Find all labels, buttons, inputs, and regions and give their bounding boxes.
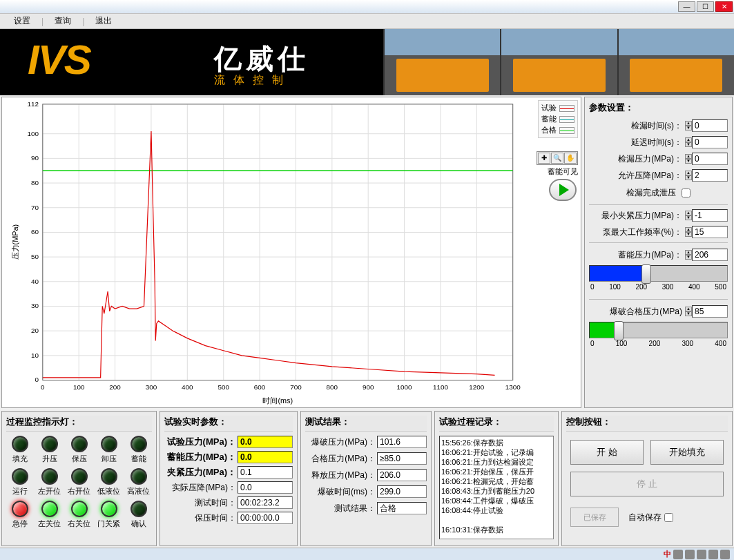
- chart-legend: 试验 蓄能 合格: [538, 100, 578, 138]
- menu-query[interactable]: 查询: [46, 14, 79, 28]
- svg-text:100: 100: [73, 383, 85, 391]
- svg-text:70: 70: [31, 204, 39, 211]
- svg-text:112: 112: [27, 100, 38, 108]
- autosave-label[interactable]: 自动保存: [628, 512, 673, 523]
- logo-ivs: IVS: [28, 36, 90, 84]
- start-fill-button[interactable]: 开始填充: [650, 440, 724, 465]
- svg-text:1300: 1300: [505, 383, 521, 391]
- result-value: 206.0: [377, 469, 427, 481]
- control-panel: 控制按钮： 开 始 开始填充 停 止 已保存 自动保存: [561, 411, 733, 546]
- window-close[interactable]: ✕: [715, 1, 733, 12]
- svg-text:90: 90: [31, 154, 39, 162]
- rt-value: 0.1: [238, 466, 293, 479]
- chart-svg: 0100200300400500600700800900100011001200…: [2, 97, 581, 407]
- svg-text:400: 400: [182, 383, 193, 391]
- tray-icon[interactable]: [708, 550, 718, 559]
- tool-crosshair-icon[interactable]: ✚: [538, 153, 550, 164]
- result-value: ≥85.0: [377, 452, 427, 465]
- led-保压: [71, 436, 88, 452]
- energy-pressure-input[interactable]: [692, 249, 728, 261]
- svg-text:时间(ms): 时间(ms): [262, 396, 293, 405]
- header-photo-2: [500, 29, 617, 95]
- led-蓄能: [131, 436, 147, 452]
- rt-value: 0.0: [238, 481, 293, 494]
- leak-release-checkbox[interactable]: [682, 189, 690, 197]
- logo-cn: 亿威仕: [214, 40, 309, 78]
- param1-3-input[interactable]: [692, 169, 728, 182]
- param1-1-down[interactable]: ▼: [685, 142, 692, 147]
- result-value: 合格: [377, 502, 427, 514]
- svg-text:900: 900: [363, 383, 374, 391]
- param1-3-up[interactable]: ▲: [685, 171, 692, 175]
- svg-text:700: 700: [290, 383, 302, 391]
- svg-text:1100: 1100: [433, 383, 448, 391]
- realtime-panel: 试验实时参数： 试验压力(MPa)：0.0蓄能压力(MPa)：0.0夹紧压力(M…: [160, 411, 298, 546]
- led-低液位: [101, 468, 117, 485]
- burst-pass-pressure-slider[interactable]: [589, 322, 728, 338]
- led-高液位: [131, 468, 147, 485]
- stop-button[interactable]: 停 止: [570, 472, 724, 496]
- param2-0-input[interactable]: [692, 209, 728, 222]
- tray-icon[interactable]: [697, 550, 706, 559]
- tray-icon[interactable]: [720, 550, 730, 559]
- energy-visible-label: 蓄能可见: [548, 166, 578, 177]
- autosave-checkbox[interactable]: [664, 513, 673, 522]
- param2-0-up[interactable]: ▲: [685, 211, 692, 215]
- window-maximize[interactable]: ☐: [697, 1, 714, 12]
- leak-release-label: 检漏完成泄压: [626, 188, 676, 197]
- rt-value: 00:02:23.2: [238, 496, 293, 509]
- svg-text:100: 100: [27, 130, 39, 137]
- svg-text:10: 10: [31, 351, 39, 359]
- tool-zoom-icon[interactable]: 🔍: [551, 153, 563, 164]
- led-确认: [131, 501, 147, 517]
- menu-exit[interactable]: 退出: [87, 14, 120, 28]
- svg-text:40: 40: [31, 278, 39, 285]
- param2-0-down[interactable]: ▼: [685, 215, 692, 220]
- result-value: 101.6: [377, 436, 427, 448]
- led-右开位: [71, 468, 88, 485]
- svg-text:600: 600: [254, 383, 266, 391]
- params-title: 参数设置：: [589, 102, 728, 114]
- param1-0-up[interactable]: ▲: [685, 121, 692, 126]
- log-panel: 试验过程记录： 15:56:26:保存数据16:06:21:开始试验，记录编16…: [434, 411, 559, 546]
- param1-1-input[interactable]: [692, 136, 728, 148]
- energy-pressure-slider[interactable]: [589, 265, 728, 282]
- svg-rect-52: [43, 104, 513, 380]
- param1-2-input[interactable]: [692, 153, 728, 165]
- param1-0-input[interactable]: [692, 119, 728, 132]
- svg-text:200: 200: [109, 383, 121, 391]
- burst-pass-pressure-input[interactable]: [692, 305, 728, 318]
- svg-text:0: 0: [41, 383, 45, 391]
- param2-1-down[interactable]: ▼: [685, 232, 692, 237]
- led-填充: [12, 436, 28, 452]
- tray-icon[interactable]: [685, 550, 695, 559]
- param2-1-input[interactable]: [692, 226, 728, 238]
- svg-text:30: 30: [31, 302, 39, 309]
- led-右关位: [71, 501, 88, 517]
- svg-text:1000: 1000: [397, 383, 412, 391]
- led-升压: [41, 436, 58, 452]
- taskbar: 中: [0, 548, 734, 560]
- param1-1-up[interactable]: ▲: [685, 137, 692, 142]
- play-button[interactable]: [549, 179, 577, 201]
- svg-text:500: 500: [218, 383, 229, 391]
- start-button[interactable]: 开 始: [570, 440, 644, 465]
- tool-hand-icon[interactable]: ✋: [564, 153, 577, 164]
- log-textbox[interactable]: 15:56:26:保存数据16:06:21:开始试验，记录编16:06:21:压…: [439, 436, 554, 539]
- params-panel: 参数设置： 检漏时间(s)： ▲▼ 延迟时间(s)： ▲▼ 检漏压力(MPa)：…: [584, 97, 733, 408]
- led-急停: [12, 501, 28, 517]
- param2-1-up[interactable]: ▲: [685, 227, 692, 232]
- tray-icon[interactable]: [673, 550, 683, 559]
- chart-area: 0100200300400500600700800900100011001200…: [1, 97, 581, 408]
- window-minimize[interactable]: —: [678, 1, 695, 12]
- saved-button: 已保存: [570, 508, 619, 527]
- param1-2-up[interactable]: ▲: [685, 154, 692, 159]
- rt-value: 0.0: [238, 451, 293, 463]
- rt-value: 0.0: [238, 436, 293, 448]
- header-photo-3: [617, 29, 734, 95]
- param1-3-down[interactable]: ▼: [685, 175, 692, 180]
- menu-settings[interactable]: 设置: [6, 14, 39, 28]
- param1-2-down[interactable]: ▼: [685, 159, 692, 164]
- logo-sub: 流体控制: [214, 73, 291, 88]
- param1-0-down[interactable]: ▼: [685, 126, 692, 131]
